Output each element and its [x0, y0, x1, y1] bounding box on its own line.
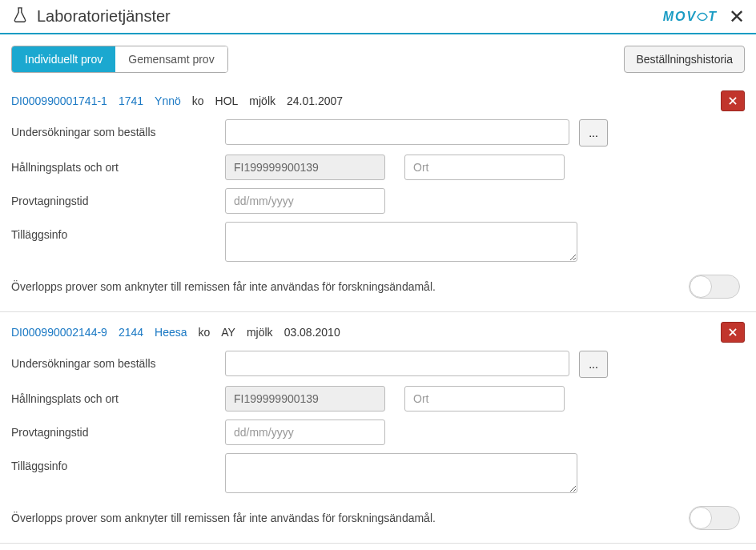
location-code-input: [225, 155, 385, 180]
examinations-input[interactable]: [225, 119, 569, 145]
tab-group: Individuellt prov Gemensamt prov: [11, 46, 228, 73]
sample-block: DI000990002144-9 2144 Heesa ko AY mjölk …: [0, 312, 756, 544]
close-icon[interactable]: ✕: [729, 7, 745, 26]
examinations-label: Undersökningar som beställs: [11, 351, 225, 370]
sample-species: ko: [199, 326, 211, 339]
sample-date: 03.08.2010: [284, 326, 340, 339]
delete-sample-button[interactable]: [721, 90, 745, 111]
examinations-picker-button[interactable]: ...: [579, 119, 608, 147]
extra-info-textarea[interactable]: [225, 453, 577, 493]
sample-species: ko: [192, 94, 204, 107]
sample-type: mjölk: [249, 94, 275, 107]
sample-name-link[interactable]: Ynnö: [155, 94, 181, 107]
tab-shared[interactable]: Gemensamt prov: [115, 46, 227, 72]
sample-shortid-link[interactable]: 2144: [119, 326, 143, 339]
consent-toggle[interactable]: [689, 506, 740, 530]
location-label: Hållningsplats och ort: [11, 155, 225, 174]
consent-text: Överlopps prover som anknyter till remis…: [11, 512, 689, 524]
extra-info-label: Tilläggsinfo: [11, 453, 225, 472]
sampling-time-label: Provtagningstid: [11, 420, 225, 439]
sample-date: 24.01.2007: [287, 94, 343, 107]
examinations-input[interactable]: [225, 351, 569, 376]
flask-icon: [11, 6, 29, 26]
sample-id-link[interactable]: DI000990002144-9: [11, 326, 107, 339]
sample-breed: AY: [221, 326, 235, 339]
tab-individual[interactable]: Individuellt prov: [12, 46, 115, 72]
sample-name-link[interactable]: Heesa: [155, 326, 187, 339]
sample-breed: HOL: [215, 94, 239, 107]
sampling-time-label: Provtagningstid: [11, 188, 225, 207]
delete-sample-button[interactable]: [721, 322, 745, 343]
sample-block: DI000990001741-1 1741 Ynnö ko HOL mjölk …: [0, 81, 756, 312]
examinations-label: Undersökningar som beställs: [11, 119, 225, 139]
sampling-date-input[interactable]: [225, 188, 385, 214]
consent-toggle[interactable]: [689, 275, 740, 299]
consent-text: Överlopps prover som anknyter till remis…: [11, 280, 689, 293]
sample-shortid-link[interactable]: 1741: [119, 94, 143, 107]
movet-logo: MOV T: [663, 10, 718, 24]
sampling-date-input[interactable]: [225, 420, 385, 445]
location-code-input: [225, 386, 385, 411]
examinations-picker-button[interactable]: ...: [579, 351, 608, 378]
order-history-button[interactable]: Beställningshistoria: [624, 46, 745, 73]
location-city-input[interactable]: [404, 386, 565, 411]
extra-info-label: Tilläggsinfo: [11, 222, 225, 241]
extra-info-textarea[interactable]: [225, 222, 577, 262]
location-label: Hållningsplats och ort: [11, 386, 225, 405]
sample-id-link[interactable]: DI000990001741-1: [11, 94, 107, 107]
sample-type: mjölk: [247, 326, 273, 339]
location-city-input[interactable]: [404, 155, 565, 180]
page-title: Laboratorietjänster: [37, 7, 663, 26]
